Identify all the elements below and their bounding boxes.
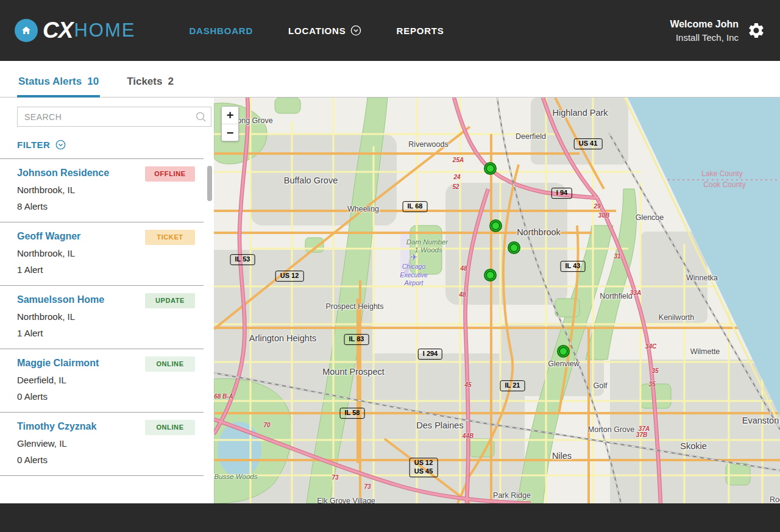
location-name-link[interactable]: Maggie Clairmont [17,356,99,370]
search-input[interactable] [17,107,211,127]
tab-status-alerts-count: 10 [87,76,99,87]
nav-dashboard[interactable]: DASHBOARD [189,26,253,36]
road-shield: IL 83 [344,334,369,345]
map-exit-number: 37B [636,431,647,438]
status-badge: TICKET [145,230,195,245]
map-exit-number: 73 [332,474,338,481]
list-item: Maggie Clairmont ONLINE Deerfield, IL 0 … [0,349,204,413]
road-shield: US 41 [574,138,603,149]
location-city: Northbrook, IL [17,183,204,196]
road-shield: IL 53 [230,254,255,265]
location-list: Johnson Residence OFFLINE Northbrook, IL… [0,158,204,476]
nav-locations[interactable]: LOCATIONS [288,25,361,36]
chevron-down-circle-icon [350,25,361,36]
map-town-label: Evanston [742,416,779,425]
map-exit-number: 33A [630,289,641,296]
header: CX HOME DASHBOARD LOCATIONS REPORTS Welc… [0,0,780,61]
map-town-label: Des Plaines [416,420,463,430]
road-shield-line1: US 12 [280,272,299,280]
road-shield-line1: IL 43 [566,262,581,271]
map-exit-number: 35 [651,367,658,374]
airport-label-line2: Executive [400,271,428,280]
settings-gear-icon[interactable] [747,21,765,40]
road-shield-line1: IL 83 [349,335,364,344]
map-town-label: Deerfield [516,132,546,141]
map-location-marker[interactable] [508,241,520,254]
map-area-label: Dam Number [406,238,448,246]
location-name-link[interactable]: Geoff Wagner [17,230,80,243]
list-item-row: Johnson Residence OFFLINE [17,166,204,180]
nav-reports[interactable]: REPORTS [397,26,444,36]
logo[interactable]: CX HOME [15,18,135,43]
airport-label: ✈ Chicago Executive Airport [400,252,428,288]
road-shield-line1: US 12 [414,459,433,467]
status-badge: OFFLINE [145,166,195,182]
map-exit-number: 52 [452,183,459,190]
list-item: Timothy Czyznak ONLINE Glenview, IL 0 Al… [0,413,204,476]
map-exit-number: 34C [645,343,656,350]
tab-tickets[interactable]: Tickets2 [126,76,175,97]
map-town-label: Highland Park [552,108,608,118]
location-name-link[interactable]: Timothy Czyznak [17,420,96,433]
map-town-label: Wilmette [690,347,720,356]
road-shield: US 12 [275,271,304,282]
user-block: Welcome John Install Tech, Inc [670,17,739,44]
map-exit-number: 48 [460,265,467,272]
road-shield-line1: IL 68 [408,202,423,211]
location-alert-count: 1 Alert [17,263,204,276]
map[interactable]: Long GroveHighland ParkDeerfieldRiverwoo… [214,98,780,503]
road-shield: IL 58 [340,408,365,419]
sidebar: FILTER Johnson Residence OFFLINE Northbr… [0,98,214,503]
map-exit-number: 48 [459,291,466,298]
status-badge: ONLINE [145,420,195,435]
tab-status-alerts[interactable]: Status Alerts10 [17,76,100,97]
map-town-label: Wheeling [347,205,379,213]
app: CX HOME DASHBOARD LOCATIONS REPORTS Welc… [0,0,780,532]
zoom-in-button[interactable]: + [222,107,238,124]
map-town-label: Long Grove [233,116,272,125]
road-shield-line1: I 294 [423,350,438,358]
sidebar-scrollbar[interactable] [207,166,212,201]
list-item: Johnson Residence OFFLINE Northbrook, IL… [0,159,204,222]
logo-text-cx: CX [43,18,73,43]
zoom-out-button[interactable]: − [222,124,238,141]
map-location-marker[interactable] [484,162,497,175]
road-shield-line1: IL 53 [235,255,250,264]
list-item: Samuelsson Home UPDATE Northbrook, IL 1 … [0,286,204,349]
map-exit-number: 31 [614,253,620,260]
filter-toggle[interactable]: FILTER [17,140,214,158]
map-exit-number: 68 B-A [214,393,233,400]
map-location-marker[interactable] [484,269,497,282]
filter-label: FILTER [17,140,50,150]
map-town-label: Northfield [600,292,633,300]
map-exit-number: 45 [464,381,471,388]
map-town-label: Prospect Heights [325,302,383,311]
list-item: Geoff Wagner TICKET Northbrook, IL 1 Ale… [0,222,204,286]
map-town-label: Glencoe [636,213,664,222]
location-city: Deerfield, IL [17,374,204,386]
road-shield-line1: I 94 [556,189,567,197]
list-item-row: Samuelsson Home UPDATE [17,293,204,307]
map-town-label: Skokie [680,441,707,451]
map-town-label: Buffalo Grove [284,176,338,185]
status-badge: ONLINE [145,356,195,372]
content: FILTER Johnson Residence OFFLINE Northbr… [0,98,780,503]
map-exit-number: 25A [453,157,464,163]
search-icon [195,111,207,125]
map-exit-number: 73 [364,483,370,490]
search-box [17,107,211,127]
location-name-link[interactable]: Samuelsson Home [17,293,104,307]
road-shield: IL 21 [500,380,525,391]
map-exit-number: 44B [463,433,473,439]
user-company: Install Tech, Inc [670,31,739,44]
map-location-marker[interactable] [557,345,570,358]
map-town-label: Park Ridge [493,491,531,500]
tab-tickets-label: Tickets [127,76,162,87]
road-shield-line1: IL 58 [345,409,360,417]
map-town-label: Kenilworth [659,313,694,322]
map-town-label: Glenview [548,360,579,368]
map-location-marker[interactable] [489,219,502,232]
map-town-label: Mount Prospect [322,367,385,377]
location-name-link[interactable]: Johnson Residence [17,166,109,180]
map-town-label: Niles [552,451,572,461]
